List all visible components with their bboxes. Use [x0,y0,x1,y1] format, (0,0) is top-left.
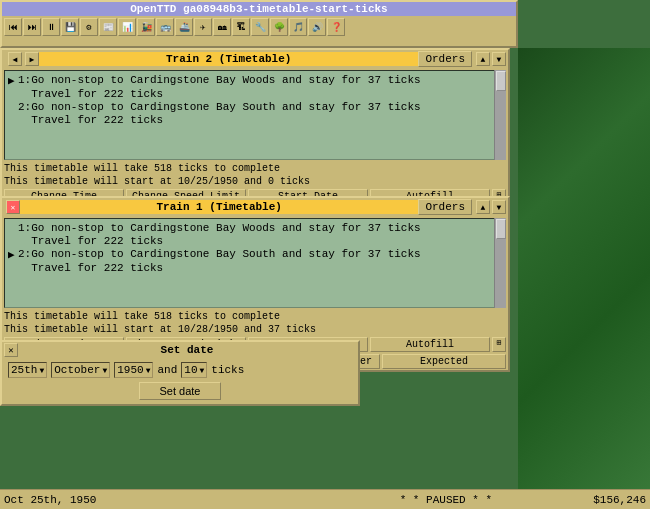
train1-close-btn[interactable]: ✕ [6,200,20,214]
arrow-1: ▶ [8,74,18,87]
train1-status2: This timetable will start at 10/28/1950 … [2,323,508,336]
ticks-dropdown[interactable]: 10 ▼ [181,362,207,378]
toolbar-icon-fastforward[interactable]: ⏮ [4,18,22,36]
status-money: $156,246 [593,494,646,506]
train2-entry-1: 1:Go non-stop to Cardingstone Bay Woods … [18,74,421,86]
setdate-confirm-btn[interactable]: Set date [139,382,222,400]
month-dropdown[interactable]: October ▼ [51,362,110,378]
toolbar-icon-help[interactable]: ❓ [327,18,345,36]
train1-entry-2-travel: Travel for 222 ticks [18,262,163,274]
year-dropdown-arrow: ▼ [146,366,151,375]
setdate-window: ✕ Set date 25th ▼ October ▼ 1950 ▼ and 1… [0,340,360,406]
list-item: ▶ 2:Go non-stop to Cardingstone Bay Sout… [8,248,502,261]
toolbar-icon-finances[interactable]: 📊 [118,18,136,36]
train2-titlebar: ◀ ▶ Train 2 (Timetable) Orders ▲ ▼ [2,50,508,68]
toolbar-icon-train[interactable]: 🚂 [137,18,155,36]
day-value: 25th [11,364,37,376]
toolbar-icon-trees[interactable]: 🌳 [270,18,288,36]
train1-entry-1: 1:Go non-stop to Cardingstone Bay Woods … [18,222,421,234]
train2-orders-btn[interactable]: Orders [418,51,472,67]
train1-extra-btn[interactable]: ⊞ [492,337,506,352]
train2-entry-2: 2:Go non-stop to Cardingstone Bay South … [18,101,421,113]
statusbar: Oct 25th, 1950 * * PAUSED * * $156,246 [0,489,650,509]
list-item: Travel for 222 ticks [8,235,502,247]
train1-entry-2: 2:Go non-stop to Cardingstone Bay South … [18,248,421,260]
and-label: and [157,364,177,376]
toolbar-icon-play[interactable]: ⏭ [23,18,41,36]
train2-entry-2-travel: Travel for 222 ticks [18,114,163,126]
toolbar-icon-bus[interactable]: 🚌 [156,18,174,36]
toolbar-icon-build[interactable]: 🔧 [251,18,269,36]
train2-nav-arrows: ◀ ▶ [6,52,39,66]
list-item: Travel for 222 ticks [8,262,502,274]
train2-scroll-up[interactable]: ▲ [476,52,490,66]
train1-scroll-up[interactable]: ▲ [476,200,490,214]
train1-status1: This timetable will take 518 ticks to co… [2,310,508,323]
ticks-dropdown-arrow: ▼ [199,366,204,375]
train1-titlebar: ✕ Train 1 (Timetable) Orders ▲ ▼ [2,198,508,216]
train2-scrollbar[interactable] [494,70,506,160]
app-title: OpenTTD ga08948b3-timetable-start-ticks [2,2,516,16]
train2-content: ▶ 1:Go non-stop to Cardingstone Bay Wood… [4,70,506,160]
train1-autofill-btn[interactable]: Autofill [370,337,490,352]
train2-next-btn[interactable]: ▶ [25,52,39,66]
game-area [518,48,650,509]
toolbar-icon-plane[interactable]: ✈ [194,18,212,36]
arrow-2 [8,101,18,113]
indent-2 [8,114,18,126]
train1-indent-1 [8,235,18,247]
train2-title: Train 2 (Timetable) [39,52,418,66]
toolbar-icon-save[interactable]: 💾 [61,18,79,36]
list-item: 1:Go non-stop to Cardingstone Bay Woods … [8,222,502,234]
ticks-value: 10 [184,364,197,376]
list-item: 2:Go non-stop to Cardingstone Bay South … [8,101,502,113]
train2-status2: This timetable will start at 10/25/1950 … [2,175,508,188]
train2-status1: This timetable will take 518 ticks to co… [2,162,508,175]
train2-entry-1-travel: Travel for 222 ticks [18,88,163,100]
day-dropdown[interactable]: 25th ▼ [8,362,47,378]
month-dropdown-arrow: ▼ [102,366,107,375]
train1-scrollbar-thumb[interactable] [496,219,506,239]
train1-title: Train 1 (Timetable) [20,200,418,214]
train1-content: 1:Go non-stop to Cardingstone Bay Woods … [4,218,506,308]
toolbar-icons: ⏮ ⏭ ⏸ 💾 ⚙ 📰 📊 🚂 🚌 🚢 ✈ 🏘 🏗 🔧 🌳 🎵 🔊 ❓ [2,16,516,46]
train1-entry-1-travel: Travel for 222 ticks [18,235,163,247]
toolbar-icon-settings[interactable]: ⚙ [80,18,98,36]
setdate-close-btn[interactable]: ✕ [4,343,18,357]
month-value: October [54,364,100,376]
toolbar-icon-music[interactable]: 🎵 [289,18,307,36]
setdate-content: 25th ▼ October ▼ 1950 ▼ and 10 ▼ ticks S… [2,358,358,404]
toolbar-icon-industry[interactable]: 🏗 [232,18,250,36]
train1-scroll-down[interactable]: ▼ [492,200,506,214]
toolbar-icon-pause[interactable]: ⏸ [42,18,60,36]
train2-scrollbar-thumb[interactable] [496,71,506,91]
year-dropdown[interactable]: 1950 ▼ [114,362,153,378]
train1-arrow-2: ▶ [8,248,18,261]
indent-1 [8,88,18,100]
toolbar-icon-town[interactable]: 🏘 [213,18,231,36]
train1-expected-btn[interactable]: Expected [382,354,506,369]
list-item: ▶ 1:Go non-stop to Cardingstone Bay Wood… [8,74,502,87]
train1-indent-2 [8,262,18,274]
day-dropdown-arrow: ▼ [39,366,44,375]
toolbar-icon-ship[interactable]: 🚢 [175,18,193,36]
list-item: Travel for 222 ticks [8,114,502,126]
year-value: 1950 [117,364,143,376]
toolbar-icon-sound[interactable]: 🔊 [308,18,326,36]
setdate-inputs-row: 25th ▼ October ▼ 1950 ▼ and 10 ▼ ticks [8,362,352,378]
list-item: Travel for 222 ticks [8,88,502,100]
train1-orders-btn[interactable]: Orders [418,199,472,215]
toolbar-icon-news[interactable]: 📰 [99,18,117,36]
train2-prev-btn[interactable]: ◀ [8,52,22,66]
train1-scrollbar[interactable] [494,218,506,308]
status-date: Oct 25th, 1950 [4,494,299,506]
status-paused: * * PAUSED * * [299,494,594,506]
train2-scroll-down[interactable]: ▼ [492,52,506,66]
train1-arrow-1 [8,222,18,234]
ticks-label: ticks [211,364,244,376]
main-toolbar: OpenTTD ga08948b3-timetable-start-ticks … [0,0,518,48]
setdate-title: Set date [18,344,356,356]
setdate-titlebar: ✕ Set date [2,342,358,358]
